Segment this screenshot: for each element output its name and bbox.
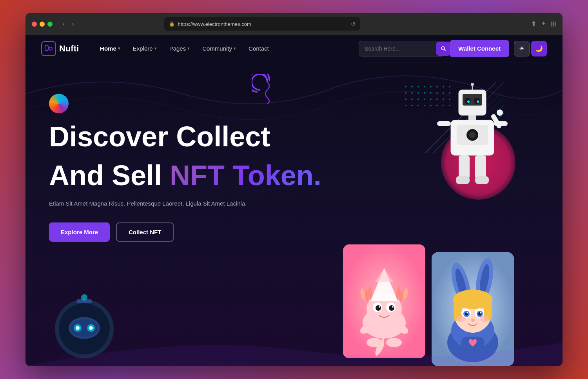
traffic-lights xyxy=(32,22,53,27)
nav-item-home[interactable]: Home ▾ xyxy=(94,42,126,55)
grid-icon[interactable]: ⊞ xyxy=(550,20,556,28)
spiral-decoration xyxy=(252,74,283,107)
hero-title-line2: And Sell NFT Token. xyxy=(49,160,321,191)
theme-toggle: ☀ 🌙 xyxy=(514,41,547,56)
hero-title-line1: Discover Collect xyxy=(49,121,321,152)
svg-point-78 xyxy=(81,294,87,301)
chevron-down-icon: ▾ xyxy=(234,46,236,51)
navbar: Nufti Home ▾ Explore ▾ Pages ▾ Community… xyxy=(25,35,563,62)
browser-bar: ‹ › 🔒 https://www.electronthemes.com ↺ ⬆… xyxy=(25,13,563,35)
wallet-connect-button[interactable]: Wallet Connect xyxy=(450,40,509,57)
website-content: Nufti Home ▾ Explore ▾ Pages ▾ Community… xyxy=(25,35,563,366)
back-button[interactable]: ‹ xyxy=(60,20,67,28)
search-input[interactable] xyxy=(365,46,433,52)
chevron-down-icon: ▾ xyxy=(154,46,157,51)
chevron-down-icon: ▾ xyxy=(118,46,120,51)
dark-mode-button[interactable]: 🌙 xyxy=(531,41,547,56)
nav-item-pages[interactable]: Pages ▾ xyxy=(164,42,196,55)
nft-text: NFT Token. xyxy=(170,160,321,191)
hero-description: Etiam Sit Amet Magna Risus. Pellentesque… xyxy=(49,199,321,208)
svg-point-37 xyxy=(389,305,394,311)
svg-point-1 xyxy=(49,47,52,50)
moon-icon: 🌙 xyxy=(535,45,543,52)
bottom-curve-decoration xyxy=(25,335,563,366)
nav-label-pages: Pages xyxy=(169,45,186,52)
browser-window: ‹ › 🔒 https://www.electronthemes.com ↺ ⬆… xyxy=(25,13,563,366)
svg-point-63 xyxy=(466,312,468,313)
nav-item-explore[interactable]: Explore ▾ xyxy=(127,42,162,55)
svg-rect-30 xyxy=(475,176,489,184)
svg-point-64 xyxy=(480,312,481,313)
search-button[interactable] xyxy=(436,42,450,56)
robot-decoration xyxy=(429,66,531,215)
search-bar xyxy=(359,41,445,56)
svg-rect-28 xyxy=(475,155,486,179)
address-bar[interactable]: 🔒 https://www.electronthemes.com ↺ xyxy=(164,17,360,31)
url-text: https://www.electronthemes.com xyxy=(178,21,251,27)
forward-button[interactable]: › xyxy=(69,20,76,28)
hero-section: Discover Collect And Sell NFT Token. Eti… xyxy=(25,62,563,366)
hero-orb-decoration xyxy=(49,94,69,113)
nav-links: Home ▾ Explore ▾ Pages ▾ Community ▾ Con… xyxy=(94,42,274,55)
nav-right: Wallet Connect ☀ 🌙 xyxy=(359,40,547,57)
svg-point-38 xyxy=(379,306,380,308)
hero-buttons: Explore More Collect NFT xyxy=(49,222,321,242)
nav-item-community[interactable]: Community ▾ xyxy=(197,42,241,55)
maximize-button[interactable] xyxy=(47,22,53,27)
svg-point-75 xyxy=(76,326,80,330)
svg-point-36 xyxy=(376,305,381,311)
light-mode-button[interactable]: ☀ xyxy=(514,41,530,56)
nav-label-home: Home xyxy=(100,45,116,52)
nav-arrows: ‹ › xyxy=(60,20,76,28)
svg-point-22 xyxy=(469,132,475,138)
nav-label-explore: Explore xyxy=(133,45,153,52)
hero-content: Discover Collect And Sell NFT Token. Eti… xyxy=(49,94,321,242)
nav-label-community: Community xyxy=(202,45,232,52)
svg-rect-23 xyxy=(437,121,451,126)
svg-point-26 xyxy=(497,109,503,116)
logo-text: Nufti xyxy=(59,44,79,54)
svg-point-67 xyxy=(471,319,475,322)
svg-point-17 xyxy=(471,83,474,86)
nav-item-contact[interactable]: Contact xyxy=(243,42,274,55)
logo-icon xyxy=(41,41,56,56)
svg-point-76 xyxy=(89,326,93,330)
lock-icon: 🔒 xyxy=(169,21,175,27)
explore-more-button[interactable]: Explore More xyxy=(49,222,110,242)
new-tab-icon[interactable]: + xyxy=(541,20,546,28)
svg-rect-0 xyxy=(45,45,48,51)
svg-rect-27 xyxy=(459,155,470,179)
nav-label-contact: Contact xyxy=(249,45,269,52)
chevron-down-icon: ▾ xyxy=(187,46,190,51)
close-button[interactable] xyxy=(32,22,37,27)
collect-nft-button[interactable]: Collect NFT xyxy=(116,222,174,242)
svg-point-14 xyxy=(467,100,470,103)
svg-rect-18 xyxy=(468,115,476,120)
minimize-button[interactable] xyxy=(40,22,45,27)
svg-point-65 xyxy=(456,316,466,322)
logo[interactable]: Nufti xyxy=(41,41,79,56)
sun-icon: ☀ xyxy=(519,45,524,52)
svg-point-66 xyxy=(480,316,489,322)
svg-line-3 xyxy=(444,49,446,51)
svg-rect-29 xyxy=(456,176,470,184)
svg-point-15 xyxy=(477,100,479,103)
share-icon[interactable]: ⬆ xyxy=(531,20,537,28)
svg-point-39 xyxy=(392,306,394,308)
browser-actions: ⬆ + ⊞ xyxy=(531,20,556,28)
reload-icon[interactable]: ↺ xyxy=(351,21,356,27)
